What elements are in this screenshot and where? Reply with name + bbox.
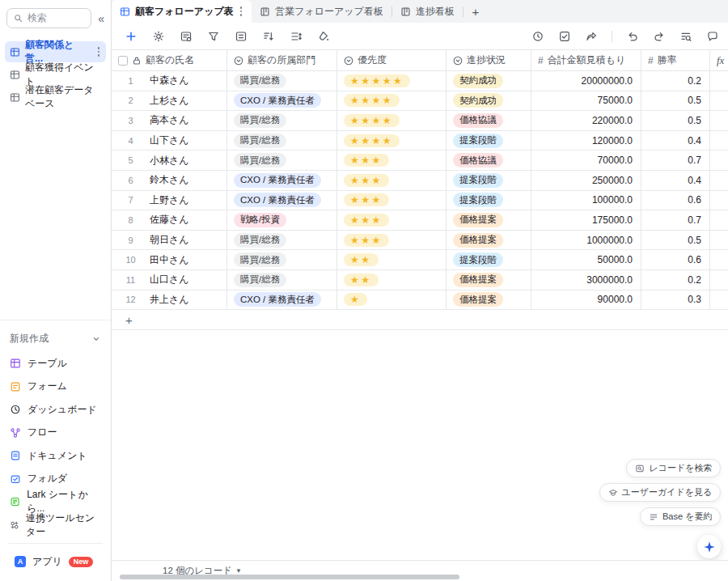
priority-cell[interactable]: ★ (337, 290, 447, 311)
formula-cell[interactable] (710, 71, 728, 91)
rate-cell[interactable]: 0.2 (641, 270, 710, 290)
collapse-sidebar-icon[interactable]: « (96, 12, 106, 25)
name-cell[interactable]: 7 上野さん (112, 191, 227, 211)
column-header-department[interactable]: 顧客の所属部門 (227, 50, 337, 71)
formula-cell[interactable] (710, 131, 728, 151)
search-records-button[interactable]: レコードを検索 (626, 459, 721, 477)
name-cell[interactable]: 6 鈴木さん (112, 171, 227, 191)
name-cell[interactable]: 3 高本さん (112, 111, 227, 131)
name-cell[interactable]: 8 佐藤さん (112, 210, 227, 231)
row-number[interactable]: 2 (112, 95, 150, 105)
status-cell[interactable]: 提案段階 (447, 131, 531, 151)
create-folder-item[interactable]: フォルダ (5, 468, 106, 491)
row-number[interactable]: 10 (112, 255, 150, 265)
formula-cell[interactable] (710, 151, 728, 171)
status-cell[interactable]: 提案段階 (447, 191, 531, 211)
rate-cell[interactable]: 0.4 (641, 131, 710, 151)
group-icon[interactable] (235, 30, 248, 43)
row-number[interactable]: 1 (112, 76, 150, 86)
task-icon[interactable] (558, 30, 571, 43)
amount-cell[interactable]: 3000000.0 (531, 270, 641, 290)
amount-cell[interactable]: 100000.0 (531, 191, 641, 211)
formula-cell[interactable] (710, 111, 728, 131)
formula-cell[interactable] (710, 210, 728, 231)
row-number[interactable]: 11 (112, 275, 150, 285)
priority-cell[interactable]: ★★★★ (337, 91, 447, 112)
comment-icon[interactable] (706, 30, 719, 43)
rate-cell[interactable]: 0.5 (641, 111, 710, 131)
formula-cell[interactable] (710, 231, 728, 251)
amount-cell[interactable]: 70000.0 (531, 151, 641, 171)
ai-assistant-button[interactable] (697, 535, 721, 558)
name-cell[interactable]: 2 上杉さん (112, 91, 227, 112)
status-cell[interactable]: 契約成功 (447, 91, 531, 112)
amount-cell[interactable]: 175000.0 (531, 210, 641, 231)
column-header-priority[interactable]: 優先度 (337, 50, 447, 71)
status-cell[interactable]: 価格提案 (447, 290, 531, 311)
name-cell[interactable]: 12 井上さん (112, 290, 227, 311)
item-menu-icon[interactable] (96, 45, 102, 58)
create-dashboard-item[interactable]: ダッシュボード (5, 398, 106, 422)
department-cell[interactable]: 購買/総務 (227, 250, 337, 270)
add-field-icon[interactable] (125, 30, 138, 43)
create-integration-item[interactable]: 連携ツールセンター (5, 514, 106, 537)
name-cell[interactable]: 5 小林さん (112, 151, 227, 171)
filter-icon[interactable] (207, 30, 220, 43)
name-cell[interactable]: 1 中森さん (112, 71, 227, 91)
share-icon[interactable] (585, 30, 598, 43)
status-cell[interactable]: 契約成功 (447, 71, 531, 91)
row-number[interactable]: 12 (112, 295, 150, 304)
summarize-base-button[interactable]: Base を要約 (640, 507, 721, 526)
settings-gear-icon[interactable] (152, 30, 165, 43)
sidebar-item-acquisition-events[interactable]: 顧客獲得イベント (5, 64, 106, 85)
amount-cell[interactable]: 90000.0 (531, 290, 641, 311)
create-from-sheet-item[interactable]: Lark シートから... (5, 490, 106, 514)
department-cell[interactable]: CXO / 業務責任者 (227, 171, 337, 191)
column-header-amount[interactable]: # 合計金額見積もり (531, 50, 641, 71)
priority-cell[interactable]: ★★★ (337, 151, 447, 171)
row-number[interactable]: 4 (112, 136, 150, 146)
rate-cell[interactable]: 0.2 (641, 71, 710, 91)
row-number[interactable]: 9 (112, 235, 150, 245)
row-number[interactable]: 5 (112, 155, 150, 165)
sidebar-item-crm-table[interactable]: 顧客関係と営... (5, 41, 106, 62)
sidebar-item-apps[interactable]: A アプリ New (5, 550, 106, 573)
amount-cell[interactable]: 1000000.0 (531, 231, 641, 251)
department-cell[interactable]: 購買/総務 (227, 231, 337, 251)
form-settings-icon[interactable] (180, 30, 193, 43)
priority-cell[interactable]: ★★★★ (337, 111, 447, 131)
amount-cell[interactable]: 220000.0 (531, 111, 641, 131)
rate-cell[interactable]: 0.7 (641, 151, 710, 171)
amount-cell[interactable]: 50000.0 (531, 250, 641, 270)
tab-menu-icon[interactable] (239, 5, 244, 18)
row-number[interactable]: 8 (112, 215, 150, 225)
priority-cell[interactable]: ★★★★★ (337, 71, 447, 91)
fill-color-icon[interactable] (317, 30, 330, 43)
history-icon[interactable] (531, 30, 544, 43)
status-cell[interactable]: 価格提案 (447, 270, 531, 290)
status-cell[interactable]: 提案段階 (447, 250, 531, 270)
add-record-button[interactable]: + (112, 310, 728, 330)
row-height-icon[interactable] (290, 30, 303, 43)
formula-cell[interactable] (710, 290, 728, 311)
tab-customer-followup-table[interactable]: 顧客フォローアップ表 (112, 0, 252, 23)
status-cell[interactable]: 価格協議 (447, 151, 531, 171)
user-guide-button[interactable]: ユーザーガイドを見る (599, 483, 722, 502)
horizontal-scrollbar[interactable] (120, 575, 459, 579)
rate-cell[interactable]: 0.4 (641, 171, 710, 191)
column-header-win-rate[interactable]: # 勝率 (641, 50, 710, 71)
name-cell[interactable]: 9 朝日さん (112, 231, 227, 251)
rate-cell[interactable]: 0.3 (641, 290, 710, 311)
tab-progress-kanban[interactable]: 進捗看板 (392, 0, 463, 23)
create-section-header[interactable]: 新規作成 (5, 327, 106, 352)
department-cell[interactable]: 購買/総務 (227, 270, 337, 290)
rate-cell[interactable]: 0.5 (641, 231, 710, 251)
search-input[interactable]: 検索 (6, 8, 91, 28)
name-cell[interactable]: 11 山口さん (112, 270, 227, 290)
select-all-checkbox[interactable] (118, 56, 128, 66)
create-table-item[interactable]: テーブル (5, 352, 106, 375)
department-cell[interactable]: 戦略/投資 (227, 210, 337, 231)
priority-cell[interactable]: ★★★ (337, 231, 447, 251)
name-cell[interactable]: 4 山下さん (112, 131, 227, 151)
rate-cell[interactable]: 0.6 (641, 191, 710, 211)
